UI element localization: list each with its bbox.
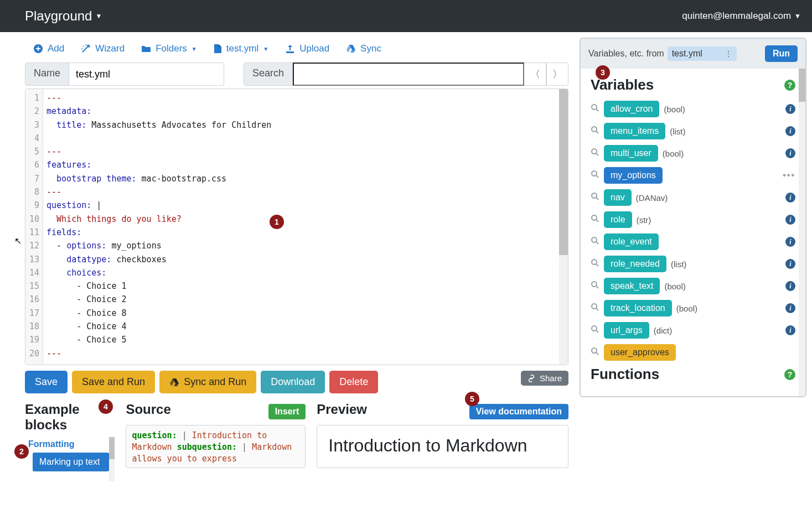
preview-title: Preview	[317, 402, 367, 417]
search-icon[interactable]	[591, 303, 599, 314]
delete-button[interactable]: Delete	[329, 371, 378, 393]
code-editor[interactable]: 1234567891011121314151617181920 ---metad…	[25, 89, 568, 365]
save-and-run-button[interactable]: Save and Run	[72, 371, 155, 393]
info-icon[interactable]: i	[785, 215, 795, 225]
search-icon[interactable]	[591, 126, 599, 137]
upload-icon	[285, 44, 295, 54]
preview-content: Introduction to Markdown	[317, 425, 568, 468]
more-icon[interactable]: •••	[783, 170, 795, 180]
info-icon[interactable]: i	[785, 126, 795, 136]
variable-row: nav(DANav)i	[581, 186, 805, 209]
editor-code[interactable]: ---metadata: title: Massachusetts Advoca…	[43, 89, 568, 365]
variable-badge[interactable]: role	[604, 211, 632, 228]
info-icon[interactable]: i	[785, 303, 795, 313]
view-documentation-button[interactable]: View documentation	[469, 404, 568, 419]
example-group-formatting[interactable]: Formatting	[25, 437, 109, 451]
folders-dropdown[interactable]: Folders ▼	[141, 43, 197, 54]
variable-badge[interactable]: speak_text	[604, 278, 660, 294]
info-icon[interactable]: i	[785, 259, 795, 269]
name-label: Name	[25, 63, 69, 86]
svg-point-7	[592, 237, 597, 242]
svg-point-12	[592, 348, 597, 353]
name-input-group: Name	[25, 63, 224, 86]
variable-badge[interactable]: nav	[604, 189, 632, 206]
search-icon[interactable]	[591, 347, 599, 359]
search-icon[interactable]	[591, 236, 599, 248]
search-icon[interactable]	[591, 192, 599, 204]
variable-badge[interactable]: track_location	[604, 300, 672, 316]
search-icon[interactable]	[591, 103, 599, 115]
search-input[interactable]	[293, 63, 524, 86]
variable-row: my_options•••	[581, 164, 805, 186]
share-button[interactable]: Share	[521, 371, 568, 386]
right-scroll-thumb[interactable]	[799, 69, 805, 102]
current-file-dropdown[interactable]: test.yml ▼	[214, 43, 268, 54]
example-list: Formatting Marking up text	[25, 437, 115, 481]
variable-badge[interactable]: allow_cron	[604, 101, 659, 117]
link-icon	[527, 375, 535, 382]
search-icon[interactable]	[591, 148, 599, 159]
variable-badge[interactable]: url_args	[604, 322, 649, 339]
toolbar: Add Wizard Folders ▼ test.yml ▼ Upload	[25, 38, 568, 63]
insert-button[interactable]: Insert	[268, 404, 306, 419]
variable-row: role_needed(list)i	[581, 253, 805, 275]
variable-badge[interactable]: role_needed	[604, 256, 666, 272]
folder-open-icon	[141, 44, 151, 53]
example-item-marking-up-text[interactable]: Marking up text	[33, 453, 109, 471]
help-icon[interactable]: ?	[784, 80, 795, 91]
functions-section-title: Functions	[591, 366, 659, 383]
caret-down-icon: ▼	[95, 12, 102, 20]
search-icon[interactable]	[591, 170, 599, 181]
editor-scroll-thumb[interactable]	[559, 89, 568, 255]
variable-row: role_eventi	[581, 231, 805, 253]
save-button[interactable]: Save	[25, 371, 68, 393]
info-icon[interactable]: i	[785, 237, 795, 247]
variables-file-select[interactable]: test.yml ⋮	[668, 46, 737, 61]
editor-gutter: 1234567891011121314151617181920	[25, 89, 43, 365]
download-button[interactable]: Download	[261, 371, 325, 393]
info-icon[interactable]: i	[785, 281, 795, 291]
variable-row: user_approves	[581, 341, 805, 364]
search-icon[interactable]	[591, 325, 599, 336]
variable-badge[interactable]: role_event	[604, 233, 659, 250]
right-scrollbar[interactable]	[799, 69, 805, 396]
info-icon[interactable]: i	[785, 148, 795, 158]
variable-badge[interactable]: menu_items	[604, 123, 665, 139]
variable-badge[interactable]: my_options	[604, 167, 663, 184]
brand-label: Playground	[25, 8, 92, 24]
brand-dropdown[interactable]: Playground ▼	[25, 8, 102, 24]
variable-type: (bool)	[664, 282, 685, 291]
search-icon[interactable]	[591, 258, 599, 270]
variable-row: allow_cron(bool)i	[581, 98, 805, 120]
chevron-left-icon: 〈	[530, 68, 540, 81]
google-drive-icon	[346, 44, 356, 54]
svg-point-3	[592, 149, 597, 154]
name-input[interactable]	[69, 63, 224, 86]
example-scroll-thumb[interactable]	[109, 437, 115, 459]
search-icon[interactable]	[591, 281, 599, 292]
variable-badge[interactable]: multi_user	[604, 145, 658, 162]
info-icon[interactable]: i	[785, 193, 795, 203]
sync-and-run-button[interactable]: Sync and Run	[159, 371, 256, 393]
wizard-button[interactable]: Wizard	[81, 43, 125, 54]
wand-icon	[81, 44, 91, 54]
caret-down-icon: ▼	[794, 12, 801, 20]
add-button[interactable]: Add	[33, 43, 64, 54]
variable-badge[interactable]: user_approves	[604, 344, 676, 361]
info-icon[interactable]: i	[785, 104, 795, 114]
info-icon[interactable]: i	[785, 325, 795, 335]
run-button[interactable]: Run	[765, 45, 798, 62]
variable-row: url_args(dict)i	[581, 319, 805, 341]
editor-scrollbar[interactable]	[559, 89, 568, 365]
user-dropdown[interactable]: quinten@lemmalegal.com ▼	[682, 11, 801, 22]
search-icon[interactable]	[591, 214, 599, 226]
variables-scroll[interactable]: Variables ? allow_cron(bool)imenu_items(…	[581, 69, 805, 396]
variables-from-label: Variables, etc. from	[588, 49, 664, 59]
sync-button[interactable]: Sync	[346, 43, 381, 54]
upload-button[interactable]: Upload	[285, 43, 329, 54]
help-icon[interactable]: ?	[784, 369, 795, 380]
search-input-group: Search 〈 〉	[244, 63, 568, 86]
search-prev-button[interactable]: 〈	[524, 63, 546, 86]
search-next-button[interactable]: 〉	[546, 63, 568, 86]
variable-type: (bool)	[664, 105, 685, 114]
